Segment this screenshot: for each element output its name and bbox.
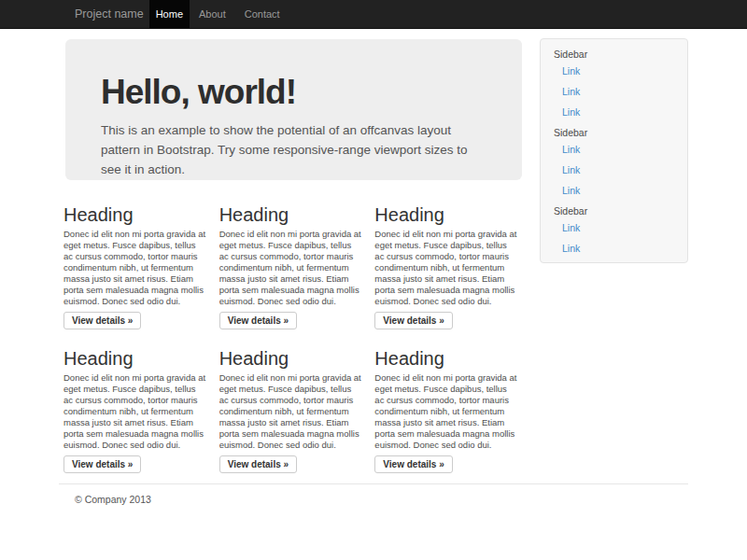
nav-item-about[interactable]: About — [190, 0, 235, 28]
card: Heading Donec id elit non mi porta gravi… — [63, 204, 219, 329]
sidebar-link[interactable]: Link — [554, 238, 674, 259]
card-heading: Heading — [374, 348, 518, 369]
jumbotron: Hello, world! This is an example to show… — [65, 39, 522, 180]
card-heading: Heading — [219, 204, 363, 225]
cards-row-2: Heading Donec id elit non mi porta gravi… — [63, 348, 530, 473]
sidebar-group-header: Sidebar — [554, 127, 674, 138]
sidebar-link[interactable]: Link — [554, 139, 674, 160]
navbar: Project name Home About Contact — [0, 0, 747, 29]
card-body-text: Donec id elit non mi porta gravida at eg… — [374, 372, 518, 451]
sidebar-link[interactable]: Link — [554, 180, 674, 201]
copyright-text: © Company 2013 — [75, 494, 688, 505]
sidebar-link[interactable]: Link — [554, 81, 674, 102]
card-heading: Heading — [63, 348, 207, 369]
card-heading: Heading — [219, 348, 363, 369]
sidebar-group-header: Sidebar — [554, 49, 674, 60]
view-details-button[interactable]: View details » — [219, 312, 297, 329]
card-body-text: Donec id elit non mi porta gravida at eg… — [219, 372, 363, 451]
page-title: Hello, world! — [101, 71, 486, 114]
cards-row-1: Heading Donec id elit non mi porta gravi… — [63, 204, 530, 329]
card: Heading Donec id elit non mi porta gravi… — [63, 348, 219, 473]
main-row: Hello, world! This is an example to show… — [59, 29, 688, 473]
card: Heading Donec id elit non mi porta gravi… — [219, 204, 375, 329]
view-details-button[interactable]: View details » — [63, 455, 141, 473]
card-body-text: Donec id elit non mi porta gravida at eg… — [374, 229, 518, 307]
jumbotron-text: This is an example to show the potential… — [101, 120, 476, 179]
view-details-button[interactable]: View details » — [63, 312, 141, 329]
card-heading: Heading — [374, 204, 518, 225]
sidebar-link[interactable]: Link — [554, 217, 674, 238]
navbar-nav: Home About Contact — [149, 0, 289, 28]
sidebar-column: Sidebar Link Link Link Sidebar Link Link… — [530, 29, 688, 263]
footer: © Company 2013 — [59, 483, 688, 505]
card: Heading Donec id elit non mi porta gravi… — [374, 348, 530, 473]
sidebar-group-header: Sidebar — [554, 205, 674, 217]
brand-link[interactable]: Project name — [59, 0, 144, 28]
navbar-inner: Project name Home About Contact — [59, 0, 688, 28]
card-heading: Heading — [63, 204, 207, 225]
nav-item-contact[interactable]: Contact — [235, 0, 289, 28]
sidebar-link[interactable]: Link — [554, 61, 674, 81]
view-details-button[interactable]: View details » — [219, 455, 297, 473]
sidebar-well: Sidebar Link Link Link Sidebar Link Link… — [540, 38, 688, 263]
card-body-text: Donec id elit non mi porta gravida at eg… — [63, 229, 207, 307]
nav-item-home[interactable]: Home — [149, 0, 190, 28]
view-details-button[interactable]: View details » — [374, 312, 452, 329]
card-body-text: Donec id elit non mi porta gravida at eg… — [219, 229, 363, 307]
page-container: Hello, world! This is an example to show… — [59, 29, 688, 505]
card: Heading Donec id elit non mi porta gravi… — [219, 348, 375, 473]
view-details-button[interactable]: View details » — [374, 455, 452, 473]
main-column: Hello, world! This is an example to show… — [59, 29, 530, 473]
card-body-text: Donec id elit non mi porta gravida at eg… — [63, 372, 207, 451]
sidebar-link[interactable]: Link — [554, 102, 674, 122]
sidebar-link[interactable]: Link — [554, 160, 674, 180]
card: Heading Donec id elit non mi porta gravi… — [374, 204, 530, 329]
